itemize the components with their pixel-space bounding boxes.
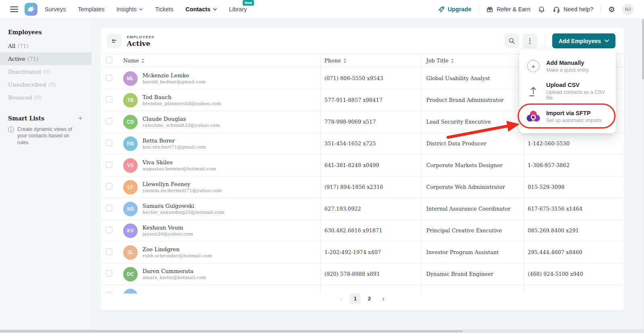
primary-nav: Surveys Templates Insights Tickets Conta… xyxy=(45,6,247,12)
nav-contacts[interactable]: Contacts xyxy=(186,6,217,12)
chevron-down-icon xyxy=(605,39,609,42)
need-help-button[interactable]: Need help? xyxy=(553,6,593,13)
contact-phone: (917) 894-1856 x2316 xyxy=(320,184,421,190)
pagination-prev-icon[interactable]: ‹ xyxy=(336,293,347,304)
collapse-panel-button[interactable] xyxy=(107,33,122,48)
avatar: VS xyxy=(123,158,138,173)
sidebar: Employees All(71) Active(71) Deactivated… xyxy=(0,19,92,333)
menu-item-add-manually[interactable]: + Add Manually Make a quick entry. xyxy=(519,54,616,78)
contact-phone-2: 015-529-3098 xyxy=(524,184,624,190)
chevron-down-icon xyxy=(139,8,143,10)
pagination: ‹ 1 2 › xyxy=(100,293,624,304)
contact-name[interactable]: Samara Gulgowski xyxy=(142,203,224,209)
table-row[interactable]: SHSoledad Hickle xyxy=(100,285,624,294)
sidebar-item-bounced[interactable]: Bounced(0) xyxy=(0,91,91,104)
menu-item-import-sftp[interactable]: Import via SFTP Set up automatic imports xyxy=(519,105,616,128)
contact-email: yasmin.mcdermott71@yahoo.com xyxy=(142,188,222,193)
app-logo[interactable] xyxy=(25,3,37,16)
pagination-page-2[interactable]: 2 xyxy=(364,293,375,304)
add-smart-list-plus-icon[interactable]: + xyxy=(78,114,83,122)
contact-name[interactable]: Claude Douglas xyxy=(142,116,220,122)
contact-email: amara_kiehn@hotmail.com xyxy=(142,275,206,280)
table-row[interactable]: DCDaren Cummerataamara_kiehn@hotmail.com… xyxy=(100,263,624,285)
refer-earn-button[interactable]: Refer & Earn xyxy=(486,6,530,13)
column-header-phone[interactable]: Phone xyxy=(320,58,421,64)
sidebar-item-active[interactable]: Active(71) xyxy=(0,52,91,65)
avatar: KV xyxy=(123,223,138,238)
row-checkbox[interactable] xyxy=(106,118,112,124)
contact-job-title: Global Usability Analyst xyxy=(421,75,524,81)
contact-job-title: Dynamic Brand Engineer xyxy=(421,271,524,277)
contact-job-title: Corporate Markets Designer xyxy=(421,162,524,168)
contact-email: hector_ankunding25@hotmail.com xyxy=(142,209,224,215)
add-employees-button[interactable]: Add Employees xyxy=(552,33,615,48)
contact-name[interactable]: Mckenzie Lemke xyxy=(142,72,206,79)
pagination-next-icon[interactable]: › xyxy=(378,293,389,304)
contact-job-title: District Data Producer xyxy=(421,141,524,147)
row-checkbox[interactable] xyxy=(106,161,112,168)
settings-gear-icon[interactable]: ⚙ xyxy=(608,6,615,13)
contact-job-title: Investor Program Assistant xyxy=(421,249,524,255)
contact-email: jayson20@yahoo.com xyxy=(142,231,193,237)
contact-name[interactable]: Tod Bauch xyxy=(142,94,221,100)
contact-phone: 627.193.0922 xyxy=(320,206,421,212)
nav-insights[interactable]: Insights xyxy=(116,6,143,12)
contact-name[interactable]: Retta Borer xyxy=(142,137,206,144)
contact-email: brendan_pfannerstill@yahoo.com xyxy=(142,101,221,106)
search-button[interactable] xyxy=(504,33,519,48)
contact-phone: 778-998-9069 x517 xyxy=(320,119,421,125)
contact-name[interactable]: Daren Cummerata xyxy=(142,268,206,274)
column-header-name[interactable]: Name xyxy=(118,58,320,64)
divider xyxy=(479,5,479,14)
row-checkbox[interactable] xyxy=(106,248,112,255)
contact-email: harold_bednar@gmail.com xyxy=(142,79,206,85)
nav-surveys[interactable]: Surveys xyxy=(45,6,66,12)
sort-icon xyxy=(141,58,144,63)
user-avatar[interactable]: RJ xyxy=(622,4,634,15)
pagination-page-1[interactable]: 1 xyxy=(350,293,361,304)
upgrade-button[interactable]: Upgrade xyxy=(438,6,471,13)
table-row[interactable]: RBRetta Borerken.reichert71@gmail.com351… xyxy=(100,133,624,155)
row-checkbox[interactable] xyxy=(106,227,112,233)
contact-phone-2: 295.444.4607 x8460 xyxy=(524,249,624,255)
row-checkbox[interactable] xyxy=(106,74,112,81)
avatar: LF xyxy=(123,180,138,194)
table-row[interactable]: ZLZoe Lindgrenrobb.schroeder@hotmail.com… xyxy=(100,242,624,263)
top-navigation-bar: Surveys Templates Insights Tickets Conta… xyxy=(0,0,644,19)
table-row[interactable]: KVKeshaun Veumjayson20@yahoo.com630.482.… xyxy=(100,220,624,242)
row-checkbox[interactable] xyxy=(106,205,112,211)
avatar: ZL xyxy=(123,245,138,260)
contact-email: augustus.bernier@hotmail.com xyxy=(142,166,216,172)
menu-item-upload-csv[interactable]: Upload CSV Upload contacts as a CSV file… xyxy=(519,78,616,105)
nav-library[interactable]: Library New xyxy=(229,6,247,12)
contact-phone: (920) 578-8988 x891 xyxy=(320,271,421,277)
sidebar-item-all[interactable]: All(71) xyxy=(0,39,91,52)
horizontal-scrollbar[interactable] xyxy=(0,329,644,333)
row-checkbox[interactable] xyxy=(106,96,112,103)
contact-name[interactable]: Viva Skiles xyxy=(142,159,216,165)
sidebar-item-unsubscribed[interactable]: Unsubscribed(0) xyxy=(0,78,91,91)
contact-job-title: Lead Security Executive xyxy=(421,119,524,125)
nav-templates[interactable]: Templates xyxy=(78,6,104,12)
divider xyxy=(601,5,601,14)
contact-job-title: Principal Creative Executive xyxy=(421,228,524,234)
notifications-bell-icon[interactable] xyxy=(538,6,545,13)
row-checkbox[interactable] xyxy=(106,270,112,277)
row-checkbox[interactable] xyxy=(106,140,112,146)
contact-phone: 630.482.6816 x91871 xyxy=(320,228,421,234)
nav-tickets[interactable]: Tickets xyxy=(155,6,173,12)
card-eyebrow: EMPLOYEES xyxy=(127,35,155,39)
select-all-checkbox[interactable] xyxy=(106,57,112,63)
hamburger-menu-icon[interactable] xyxy=(10,6,18,12)
row-checkbox[interactable] xyxy=(106,183,112,190)
table-row[interactable]: VSViva Skilesaugustus.bernier@hotmail.co… xyxy=(100,155,624,176)
contact-name[interactable]: Zoe Lindgren xyxy=(142,246,212,252)
table-row[interactable]: LFLlewellyn Feeneyyasmin.mcdermott71@yah… xyxy=(100,176,624,198)
column-header-job-title[interactable]: Job Title xyxy=(421,58,524,64)
vertical-scrollbar[interactable] xyxy=(642,19,644,329)
contact-name[interactable]: Keshaun Veum xyxy=(142,224,193,231)
sidebar-item-deactivated[interactable]: Deactivated(0) xyxy=(0,65,91,78)
table-row[interactable]: SGSamara Gulgowskihector_ankunding25@hot… xyxy=(100,198,624,220)
more-options-button[interactable] xyxy=(522,33,537,48)
contact-name[interactable]: Llewellyn Feeney xyxy=(142,181,222,187)
